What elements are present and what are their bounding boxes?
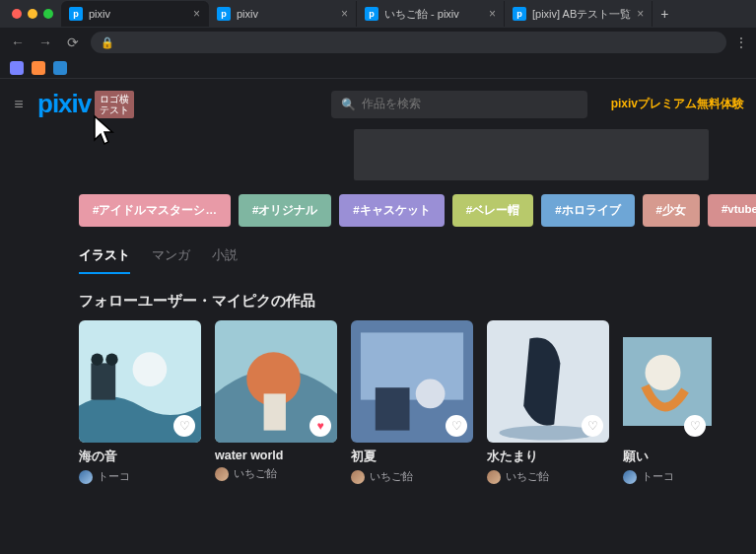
work-title: 初夏 [351,449,473,465]
tab-title: pixiv [89,8,187,20]
like-button[interactable]: ♥ [309,415,331,437]
tag-pill[interactable]: #少女 [643,194,700,227]
tab-illust[interactable]: イラスト [79,246,130,274]
browser-tab-2[interactable]: p いちご飴 - pixiv × [357,1,505,27]
svg-rect-10 [376,387,410,430]
svg-rect-7 [264,393,286,430]
tag-pill[interactable]: #アイドルマスターシ… [79,194,231,227]
work-author[interactable]: いちご飴 [351,469,473,484]
browser-tab-1[interactable]: p pixiv × [209,1,357,27]
svg-point-4 [105,353,117,365]
avatar [351,470,365,484]
tag-pill[interactable]: #ベレー帽 [452,194,533,227]
favicon-icon: p [365,7,378,21]
tab-manga[interactable]: マンガ [152,246,190,274]
extension-icon[interactable] [10,61,24,75]
browser-tab-3[interactable]: p [pixiv] ABテスト一覧 × [505,1,653,27]
extension-bar [0,57,756,79]
favicon-icon: p [513,7,526,21]
tag-pill[interactable]: #オリジナル [239,194,331,227]
svg-point-15 [646,355,681,390]
avatar [487,470,501,484]
work-card[interactable]: ♡水たまりいちご飴 [487,320,609,484]
work-thumbnail[interactable]: ♡ [487,320,609,443]
work-thumbnail[interactable]: ♥ [215,320,337,443]
work-title: 海の音 [79,449,201,465]
svg-rect-2 [91,363,115,399]
back-button[interactable]: ← [8,35,28,50]
work-title: 願い [623,449,712,465]
work-author[interactable]: いちご飴 [215,466,337,481]
page-content: ≡ pixiv ロゴ横 テスト 🔍 作品を検索 pixivプレミアム無料体験 #… [0,79,756,554]
close-icon[interactable]: × [193,7,200,21]
avatar [79,470,93,484]
site-logo[interactable]: pixiv [37,89,91,119]
work-title: 水たまり [487,449,609,465]
tab-novel[interactable]: 小説 [212,246,238,274]
work-title: water world [215,449,337,462]
work-thumbnail[interactable]: ♡ [623,320,712,443]
tab-title: [pixiv] ABテスト一覧 [532,7,631,22]
favicon-icon: p [217,7,231,21]
tag-pill[interactable]: #vtuber [708,194,756,227]
close-icon[interactable]: × [637,7,644,21]
section-title: フォローユーザー・マイピクの作品 [0,274,756,320]
work-thumbnail[interactable]: ♡ [351,320,473,443]
work-author[interactable]: いちご飴 [487,469,609,484]
tab-title: いちご飴 - pixiv [384,7,483,22]
window-controls[interactable] [8,9,61,19]
browser-menu-button[interactable]: ⋮ [734,35,748,50]
hamburger-menu[interactable]: ≡ [10,96,28,113]
like-button[interactable]: ♡ [582,415,603,437]
tag-pill[interactable]: #ホロライブ [541,194,634,227]
svg-point-3 [91,353,103,365]
work-card-row: ♡海の音トーコ♥water worldいちご飴♡初夏いちご飴♡水たまりいちご飴♡… [0,320,756,484]
svg-point-1 [133,352,168,386]
avatar [623,470,637,484]
extension-icon[interactable] [53,61,67,75]
like-button[interactable]: ♡ [446,415,467,437]
work-thumbnail[interactable]: ♡ [79,320,201,443]
close-icon[interactable]: × [341,7,348,21]
new-tab-button[interactable]: + [653,6,676,22]
forward-button[interactable]: → [35,35,55,50]
tab-title: pixiv [237,8,335,20]
close-icon[interactable]: × [489,7,496,21]
like-button[interactable]: ♡ [173,415,195,437]
premium-link[interactable]: pixivプレミアム無料体験 [611,96,744,112]
avatar [215,467,229,481]
tag-pill[interactable]: #キャスケット [339,194,444,227]
search-placeholder: 作品を検索 [362,96,421,112]
tag-row: #アイドルマスターシ…#オリジナル#キャスケット#ベレー帽#ホロライブ#少女#v… [0,190,756,237]
search-icon: 🔍 [341,98,356,111]
address-bar[interactable]: 🔒 [91,32,726,53]
extension-icon[interactable] [32,61,45,75]
ad-banner[interactable] [354,129,709,180]
browser-tab-0[interactable]: p pixiv × [61,1,209,27]
work-card[interactable]: ♡海の音トーコ [79,320,201,484]
logo-test-badge: ロゴ横 テスト [95,91,134,118]
like-button[interactable]: ♡ [684,415,706,437]
reload-button[interactable]: ⟳ [63,35,83,50]
work-author[interactable]: トーコ [79,469,201,484]
work-card[interactable]: ♥water worldいちご飴 [215,320,337,484]
search-input[interactable]: 🔍 作品を検索 [331,91,587,118]
cursor-icon [93,114,120,148]
svg-point-11 [416,380,446,409]
lock-icon: 🔒 [101,36,114,49]
work-author[interactable]: トーコ [623,469,712,484]
work-card[interactable]: ♡初夏いちご飴 [351,320,473,484]
browser-chrome: p pixiv × p pixiv × p いちご飴 - pixiv × p [… [0,0,756,79]
favicon-icon: p [69,7,83,21]
work-card[interactable]: ♡願いトーコ [623,320,712,484]
